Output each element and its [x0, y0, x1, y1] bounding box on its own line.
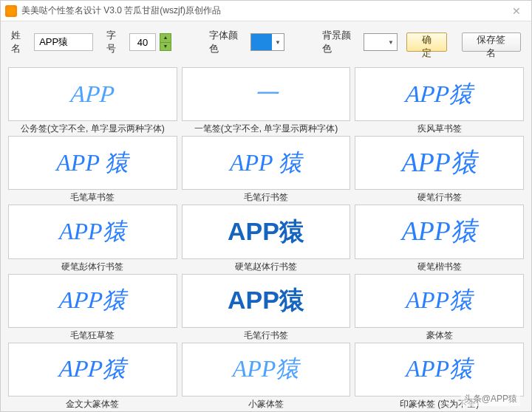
signature-caption: 硬笔楷书签: [355, 259, 524, 272]
signature-preview: APP猿: [355, 136, 524, 190]
font-color-picker[interactable]: ▼: [250, 33, 284, 51]
signature-text: APP 猿: [230, 147, 302, 179]
name-input[interactable]: [34, 33, 93, 51]
chevron-down-icon: ▼: [272, 39, 284, 46]
signature-caption: 豪体签: [355, 328, 524, 341]
signature-text: APP猿: [406, 284, 473, 317]
signature-caption: 公务签(文字不全, 单字显示两种字体): [8, 121, 177, 134]
signature-preview: APP猿: [355, 343, 524, 396]
signature-cell[interactable]: APP猿硬笔行书签: [355, 136, 524, 203]
name-label: 姓名: [11, 29, 30, 55]
signature-cell[interactable]: 一一笔签(文字不全, 单字显示两种字体): [182, 67, 351, 134]
signature-grid-area: APP公务签(文字不全, 单字显示两种字体)一一笔签(文字不全, 单字显示两种字…: [1, 63, 531, 411]
signature-text: APP猿: [228, 215, 304, 249]
signature-grid: APP公务签(文字不全, 单字显示两种字体)一一笔签(文字不全, 单字显示两种字…: [8, 67, 524, 410]
signature-preview: 一: [182, 67, 351, 121]
signature-caption: 硬笔赵体行书签: [182, 259, 351, 272]
close-icon[interactable]: ✕: [506, 5, 527, 17]
signature-preview: APP猿: [8, 343, 177, 396]
font-color-swatch: [251, 34, 272, 50]
signature-text: APP猿: [59, 216, 126, 248]
signature-preview: APP猿: [8, 205, 177, 258]
signature-caption: 毛笔行书签: [182, 190, 351, 203]
signature-preview: APP 猿: [8, 136, 177, 190]
signature-cell[interactable]: APP猿毛笔行书签: [182, 274, 351, 341]
signature-cell[interactable]: APP猿疾风草书签: [355, 67, 524, 134]
signature-caption: 金文大篆体签: [8, 396, 177, 410]
signature-cell[interactable]: APP猿毛笔狂草签: [8, 274, 177, 341]
signature-text: APP猿: [402, 213, 477, 250]
signature-cell[interactable]: APP 猿毛笔行书签: [182, 136, 351, 203]
signature-text: 一: [253, 78, 279, 111]
toolbar: 姓名 字号 ▲ ▼ 字体颜色 ▼ 背景颜色 ▼ 确定 保存签名: [1, 21, 531, 63]
signature-text: APP猿: [58, 284, 127, 317]
titlebar: 美美哒个性签名设计 V3.0 苦瓜甘甜(wszjf)原创作品 ✕: [1, 1, 531, 21]
signature-cell[interactable]: APP猿小篆体签: [182, 343, 351, 410]
app-window: 美美哒个性签名设计 V3.0 苦瓜甘甜(wszjf)原创作品 ✕ 姓名 字号 ▲…: [0, 0, 532, 412]
signature-text: APP猿: [233, 353, 300, 385]
signature-preview: APP猿: [355, 274, 524, 328]
signature-preview: APP猿: [182, 343, 351, 396]
signature-text: APP猿: [406, 353, 473, 385]
signature-preview: APP 猿: [182, 136, 351, 190]
signature-text: APP猿: [404, 78, 474, 111]
signature-text: APP猿: [402, 145, 477, 181]
signature-cell[interactable]: APP猿硬笔彭体行书签: [8, 205, 177, 272]
confirm-button[interactable]: 确定: [406, 32, 447, 52]
signature-cell[interactable]: APP猿硬笔楷书签: [355, 205, 524, 272]
chevron-down-icon: ▼: [385, 39, 397, 46]
signature-caption: 硬笔行书签: [355, 190, 524, 203]
signature-preview: APP猿: [182, 274, 351, 328]
signature-cell[interactable]: APP公务签(文字不全, 单字显示两种字体): [8, 67, 177, 134]
bg-color-label: 背景颜色: [322, 29, 359, 55]
signature-preview: APP猿: [182, 205, 351, 258]
signature-cell[interactable]: APP猿豪体签: [355, 274, 524, 341]
window-title: 美美哒个性签名设计 V3.0 苦瓜甘甜(wszjf)原创作品: [21, 4, 506, 17]
signature-preview: APP猿: [355, 67, 524, 121]
bg-color-swatch: [364, 34, 385, 50]
size-spinner: ▲ ▼: [160, 33, 171, 51]
signature-caption: 硬笔彭体行书签: [8, 259, 177, 272]
bg-color-picker[interactable]: ▼: [364, 33, 398, 51]
signature-preview: APP猿: [8, 274, 177, 328]
signature-cell[interactable]: APP 猿毛笔草书签: [8, 136, 177, 203]
signature-text: APP猿: [228, 284, 304, 317]
save-button[interactable]: 保存签名: [462, 32, 521, 52]
signature-caption: 疾风草书签: [355, 121, 524, 134]
app-icon: [5, 5, 17, 17]
size-input[interactable]: [129, 33, 156, 51]
signature-caption: 毛笔狂草签: [8, 328, 177, 341]
signature-cell[interactable]: APP猿硬笔赵体行书签: [182, 205, 351, 272]
signature-caption: 毛笔草书签: [8, 190, 177, 203]
signature-text: APP猿: [58, 353, 127, 385]
signature-caption: 毛笔行书签: [182, 328, 351, 341]
signature-preview: APP猿: [355, 205, 524, 258]
signature-text: APP: [69, 80, 115, 108]
signature-caption: 小篆体签: [182, 396, 351, 410]
font-color-label: 字体颜色: [209, 29, 246, 55]
signature-cell[interactable]: APP猿金文大篆体签: [8, 343, 177, 410]
spinner-up-icon[interactable]: ▲: [160, 33, 171, 42]
spinner-down-icon[interactable]: ▼: [160, 42, 171, 51]
size-label: 字号: [106, 29, 125, 55]
signature-text: APP 猿: [56, 147, 129, 179]
watermark: 头条@APP猿: [461, 392, 520, 406]
signature-caption: 一笔签(文字不全, 单字显示两种字体): [182, 121, 351, 134]
signature-preview: APP: [8, 67, 177, 121]
